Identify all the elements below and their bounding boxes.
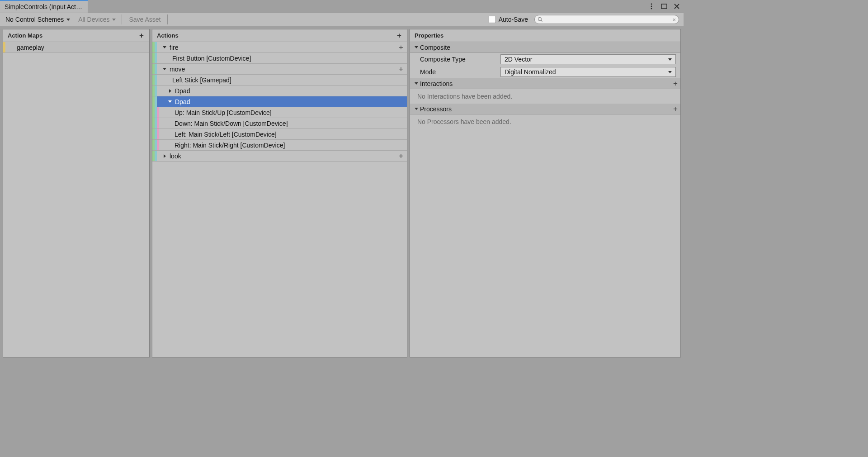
- add-interaction-button[interactable]: +: [673, 79, 678, 88]
- chevron-down-icon: [668, 71, 672, 73]
- part-label: Left: Main Stick/Left [CustomDevice]: [175, 131, 277, 138]
- composite-row-dpad[interactable]: Dpad: [152, 86, 407, 96]
- window-controls: [647, 2, 684, 10]
- properties-body: Composite Composite Type 2D Vector Mode …: [410, 42, 680, 357]
- chevron-down-icon[interactable]: [167, 100, 173, 103]
- actions-header: Actions +: [152, 29, 407, 42]
- svg-point-0: [651, 4, 652, 5]
- chevron-down-icon: [413, 82, 420, 85]
- chevron-down-icon: [112, 19, 116, 21]
- add-processor-button[interactable]: +: [673, 105, 678, 114]
- composite-row-dpad-selected[interactable]: Dpad: [152, 96, 407, 107]
- separator: [122, 14, 122, 24]
- chevron-right-icon[interactable]: [167, 89, 173, 93]
- composite-mode-row: Mode Digital Normalized: [410, 66, 680, 78]
- chevron-down-icon: [668, 58, 672, 61]
- binding-row[interactable]: Left Stick [Gamepad]: [152, 75, 407, 86]
- chevron-down-icon[interactable]: [161, 46, 168, 48]
- action-label: look: [170, 152, 181, 160]
- part-label: Up: Main Stick/Up [CustomDevice]: [175, 109, 272, 116]
- auto-save-toggle[interactable]: Auto-Save: [489, 16, 528, 23]
- kebab-icon[interactable]: [647, 2, 656, 10]
- control-scheme-dropdown[interactable]: No Control Schemes: [2, 14, 74, 25]
- panel-title: Actions: [157, 32, 179, 39]
- processors-empty-text: No Processors have been added.: [410, 114, 680, 129]
- devices-label: All Devices: [78, 16, 109, 23]
- processors-section-header[interactable]: Processors +: [410, 104, 680, 114]
- select-value: Digital Normalized: [505, 68, 556, 76]
- window-tab[interactable]: SimpleControls (Input Act…: [0, 0, 88, 13]
- separator: [167, 14, 168, 24]
- composite-part-left[interactable]: Left: Main Stick/Left [CustomDevice]: [152, 129, 407, 140]
- composite-label: Dpad: [175, 98, 190, 105]
- window-tab-bar: SimpleControls (Input Act…: [0, 0, 684, 13]
- composite-type-row: Composite Type 2D Vector: [410, 53, 680, 66]
- auto-save-label: Auto-Save: [499, 16, 528, 23]
- search-icon: [538, 17, 543, 22]
- composite-section-header[interactable]: Composite: [410, 42, 680, 53]
- chevron-down-icon: [413, 108, 420, 110]
- action-map-row[interactable]: gameplay: [3, 42, 149, 53]
- panel-title: Action Maps: [8, 32, 42, 39]
- properties-header: Properties: [410, 29, 680, 42]
- add-binding-button[interactable]: +: [399, 152, 403, 161]
- control-scheme-label: No Control Schemes: [5, 16, 64, 23]
- part-label: Down: Main Stick/Down [CustomDevice]: [175, 120, 288, 127]
- select-value: 2D Vector: [505, 56, 532, 63]
- action-map-label: gameplay: [5, 44, 44, 51]
- add-action-map-button[interactable]: +: [138, 32, 145, 39]
- search-field[interactable]: ×: [534, 15, 679, 24]
- action-label: fire: [170, 44, 178, 51]
- svg-rect-3: [661, 4, 667, 9]
- svg-point-1: [651, 6, 652, 7]
- search-input[interactable]: [545, 16, 670, 23]
- clear-search-icon[interactable]: ×: [672, 16, 676, 23]
- main-panels: Action Maps + gameplay Actions + fire +: [0, 26, 684, 360]
- svg-point-2: [651, 8, 652, 10]
- svg-point-4: [538, 18, 542, 21]
- window-tab-label: SimpleControls (Input Act…: [5, 3, 82, 10]
- actions-tree: fire + First Button [CustomDevice] move …: [152, 42, 407, 357]
- interactions-empty-text: No Interactions have been added.: [410, 89, 680, 104]
- composite-mode-dropdown[interactable]: Digital Normalized: [500, 67, 676, 77]
- action-maps-body: gameplay: [3, 42, 149, 357]
- add-binding-button[interactable]: +: [399, 43, 403, 52]
- section-title: Interactions: [420, 80, 453, 87]
- add-action-button[interactable]: +: [396, 32, 402, 39]
- part-label: Right: Main Stick/Right [CustomDevice]: [175, 142, 285, 149]
- chevron-right-icon[interactable]: [161, 154, 168, 158]
- action-maps-panel: Action Maps + gameplay: [3, 29, 150, 357]
- interactions-section-header[interactable]: Interactions +: [410, 78, 680, 89]
- actions-panel: Actions + fire + First Button [CustomDev…: [152, 29, 407, 357]
- prop-label: Composite Type: [415, 56, 500, 63]
- prop-label: Mode: [415, 68, 500, 76]
- action-row-fire[interactable]: fire +: [152, 42, 407, 53]
- toolbar: No Control Schemes All Devices Save Asse…: [0, 13, 684, 26]
- action-row-move[interactable]: move +: [152, 64, 407, 75]
- section-title: Processors: [420, 105, 452, 113]
- checkbox-icon[interactable]: [489, 16, 496, 23]
- close-icon[interactable]: [673, 2, 681, 10]
- composite-type-dropdown[interactable]: 2D Vector: [500, 54, 676, 64]
- binding-label: Left Stick [Gamepad]: [172, 76, 231, 84]
- action-label: move: [170, 66, 185, 73]
- binding-label: First Button [CustomDevice]: [172, 55, 251, 62]
- binding-row[interactable]: First Button [CustomDevice]: [152, 53, 407, 64]
- composite-part-right[interactable]: Right: Main Stick/Right [CustomDevice]: [152, 140, 407, 151]
- composite-part-down[interactable]: Down: Main Stick/Down [CustomDevice]: [152, 118, 407, 129]
- save-asset-button[interactable]: Save Asset: [124, 14, 165, 25]
- chevron-down-icon[interactable]: [161, 68, 168, 70]
- panel-title: Properties: [415, 32, 443, 39]
- add-binding-button[interactable]: +: [399, 65, 403, 74]
- chevron-down-icon: [413, 46, 420, 48]
- composite-part-up[interactable]: Up: Main Stick/Up [CustomDevice]: [152, 107, 407, 118]
- action-maps-header: Action Maps +: [3, 29, 149, 42]
- action-row-look[interactable]: look +: [152, 151, 407, 162]
- section-title: Composite: [420, 44, 450, 51]
- chevron-down-icon: [66, 19, 70, 21]
- maximize-icon[interactable]: [660, 2, 668, 10]
- devices-dropdown[interactable]: All Devices: [75, 14, 119, 25]
- properties-panel: Properties Composite Composite Type 2D V…: [410, 29, 681, 357]
- composite-label: Dpad: [175, 87, 190, 95]
